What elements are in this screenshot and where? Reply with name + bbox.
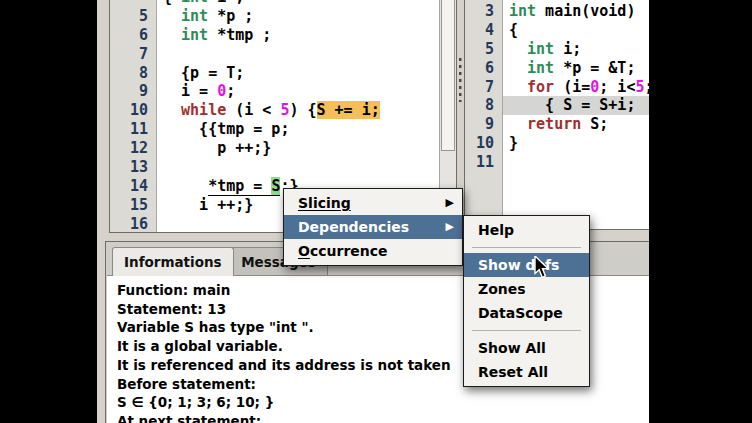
line-number: 9	[110, 82, 156, 101]
code-line[interactable]: while (i < 5) {S += i;	[157, 101, 440, 120]
code-segment: ; i<	[599, 78, 635, 96]
submenu-arrow-icon: ▶	[446, 191, 454, 215]
tab-informations[interactable]: Informations	[112, 247, 234, 276]
line-number: 3	[465, 2, 502, 21]
line-number: 16	[110, 215, 156, 232]
code-line[interactable]: { int i ;	[157, 0, 440, 7]
info-line: At next statement:	[117, 412, 649, 423]
line-number: 7	[110, 45, 156, 64]
code-segment: *tmp =	[208, 177, 271, 196]
code-segment: {	[163, 0, 181, 6]
menu-item-label: Show All	[478, 336, 546, 360]
line-number: 11	[110, 120, 156, 139]
code-line[interactable]: }	[503, 134, 649, 153]
menu-item-occurrence[interactable]: Occurrence	[284, 239, 462, 263]
code-segment: ; i++)	[644, 78, 649, 96]
submenu-arrow-icon: ▶	[446, 215, 454, 239]
pane-splitter-grip[interactable]	[457, 58, 463, 106]
menu-item-datascope[interactable]: DataScope	[464, 301, 589, 325]
menu-item-reset-all[interactable]: Reset All	[464, 360, 589, 384]
line-number: 8	[465, 96, 502, 115]
code-segment: {p = T;	[163, 64, 244, 82]
dependencies-submenu: HelpShow defsZonesDataScopeShow AllReset…	[463, 215, 590, 387]
menu-item-label: Help	[478, 218, 514, 242]
line-number: 5	[110, 7, 156, 26]
code-segment: int	[181, 26, 208, 44]
code-segment: p ++;}	[163, 139, 271, 157]
menu-item-label: Zones	[478, 277, 526, 301]
menu-item-show-all[interactable]: Show All	[464, 336, 589, 360]
code-segment: S += i;	[317, 101, 380, 119]
code-segment	[163, 26, 181, 44]
code-segment: return	[527, 115, 581, 133]
menu-item-show-defs[interactable]: Show defs	[464, 253, 589, 277]
code-segment: ) {	[289, 101, 316, 119]
frama-c-window: 5678910111213141516 { int i ; int *p ; i…	[97, 0, 649, 423]
code-segment	[509, 78, 527, 96]
code-line[interactable]	[503, 153, 649, 172]
line-number: 9	[465, 115, 502, 134]
code-line[interactable]: int *tmp ;	[157, 26, 440, 45]
code-line[interactable]	[157, 158, 440, 177]
line-number: 10	[110, 101, 156, 120]
menu-item-zones[interactable]: Zones	[464, 277, 589, 301]
menu-item-label: Slicing	[298, 191, 351, 215]
code-segment: *p ;	[208, 7, 253, 25]
code-segment: }	[509, 134, 518, 152]
menu-item-dependencies[interactable]: Dependencies▶	[284, 215, 462, 239]
code-segment: int	[527, 40, 554, 58]
right-code-area[interactable]: int main(void){ int i; int *p = &T; for …	[503, 0, 649, 229]
menu-item-label: Dependencies	[298, 215, 409, 239]
code-segment: *tmp ;	[208, 26, 271, 44]
code-segment: {	[509, 21, 518, 39]
code-segment: i =	[163, 82, 217, 100]
code-segment: { S = S+i;	[509, 96, 635, 114]
code-line[interactable]: {p = T;	[157, 64, 440, 83]
screenshot-stage: 5678910111213141516 { int i ; int *p ; i…	[0, 0, 752, 423]
line-number: 11	[465, 153, 502, 172]
mouse-cursor-icon	[534, 256, 551, 280]
code-line[interactable]: return S;	[503, 115, 649, 134]
line-number: 14	[110, 177, 156, 196]
code-segment: (i <	[226, 101, 280, 119]
code-segment: (i=	[554, 78, 590, 96]
line-number: 12	[110, 139, 156, 158]
line-number: 6	[110, 26, 156, 45]
line-number: 8	[110, 64, 156, 83]
menu-item-label: DataScope	[478, 301, 563, 325]
code-line[interactable]	[157, 45, 440, 64]
code-segment: {{tmp = p;	[163, 120, 289, 138]
context-menu: Slicing▶Dependencies▶Occurrence	[283, 188, 463, 266]
code-segment	[509, 115, 527, 133]
menu-item-slicing[interactable]: Slicing▶	[284, 191, 462, 215]
code-line[interactable]: {	[503, 21, 649, 40]
code-line[interactable]: i = 0;	[157, 82, 440, 101]
code-line[interactable]: for (i=0; i<5; i++)	[503, 78, 649, 97]
code-segment: 0	[217, 82, 226, 100]
menu-item-help[interactable]: Help	[464, 218, 589, 242]
code-line[interactable]: int i;	[503, 40, 649, 59]
code-line[interactable]: {{tmp = p;	[157, 120, 440, 139]
code-line[interactable]: { S = S+i;	[503, 96, 649, 115]
code-segment: i ++;}	[163, 196, 253, 214]
line-number: 7	[465, 78, 502, 97]
code-segment: int	[181, 0, 208, 6]
code-line[interactable]: int *p ;	[157, 7, 440, 26]
code-line[interactable]: int *p = &T;	[503, 59, 649, 78]
code-line[interactable]: p ++;}	[157, 139, 440, 158]
code-segment: 0	[590, 78, 599, 96]
menu-separator	[472, 330, 581, 331]
code-segment: int	[509, 2, 536, 20]
code-segment: i ;	[208, 0, 244, 6]
code-segment	[509, 40, 527, 58]
line-number: 6	[465, 59, 502, 78]
code-segment	[163, 177, 208, 195]
code-segment: while	[181, 101, 226, 119]
menu-separator	[472, 247, 581, 248]
code-segment: int	[181, 7, 208, 25]
scrollbar-thumb[interactable]	[441, 0, 455, 151]
menu-item-label: Occurrence	[298, 239, 388, 263]
code-segment: i;	[554, 40, 581, 58]
line-number: 15	[110, 196, 156, 215]
code-line[interactable]: int main(void)	[503, 2, 649, 21]
